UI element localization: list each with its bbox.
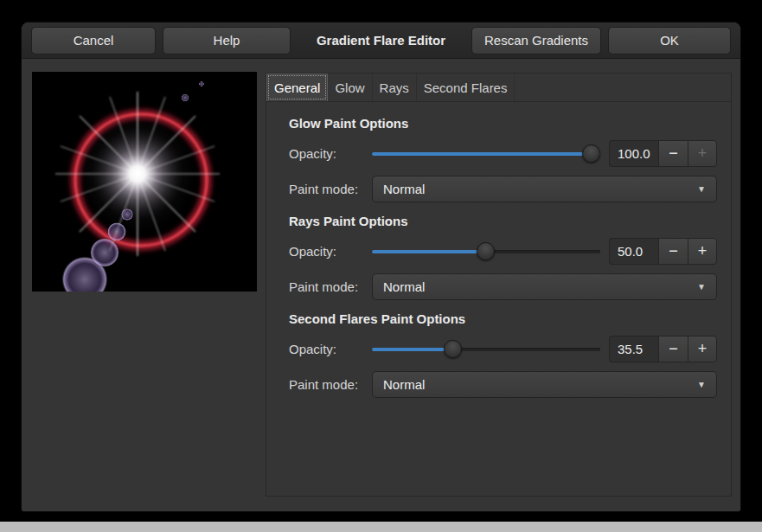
opacity-row: Opacity: 100.0 − + — [289, 140, 717, 167]
second-flares-paint-mode-dropdown[interactable]: Normal ▼ — [372, 371, 717, 398]
slider-fill — [372, 348, 453, 351]
paint-mode-label: Paint mode: — [289, 279, 372, 294]
window-title: Gradient Flare Editor — [298, 33, 464, 48]
plus-icon: + — [698, 242, 708, 260]
rays-opacity-spinbox: 50.0 − + — [609, 238, 717, 265]
rescan-gradients-button[interactable]: Rescan Gradients — [471, 27, 601, 54]
glow-paint-options-section: Glow Paint Options Opacity: 100. — [289, 116, 717, 202]
glow-opacity-value[interactable]: 100.0 — [609, 140, 658, 167]
dialog-content: General Glow Rays Second Flares Glow Pai… — [22, 59, 740, 512]
minus-icon: − — [669, 340, 678, 358]
paint-mode-row: Paint mode: Normal ▼ — [289, 273, 717, 300]
plus-icon: + — [698, 340, 708, 358]
slider-fill — [372, 152, 600, 156]
minus-icon: − — [669, 144, 678, 163]
help-button[interactable]: Help — [163, 27, 291, 54]
general-tab-content: Glow Paint Options Opacity: 100. — [266, 102, 731, 398]
opacity-label: Opacity: — [289, 146, 372, 161]
rays-opacity-value[interactable]: 50.0 — [609, 238, 658, 265]
second-flares-opacity-spinbox: 35.5 − + — [609, 336, 717, 362]
screenshot-root: Cancel Help Gradient Flare Editor Rescan… — [0, 0, 762, 532]
section-title: Second Flares Paint Options — [289, 311, 717, 326]
rays-paint-mode-dropdown[interactable]: Normal ▼ — [372, 273, 717, 300]
gradient-flare-editor-dialog: Cancel Help Gradient Flare Editor Rescan… — [21, 22, 741, 512]
paint-mode-label: Paint mode: — [289, 182, 372, 196]
dropdown-selected-value: Normal — [383, 182, 425, 196]
rays-opacity-decrease-button[interactable]: − — [658, 238, 688, 265]
paint-mode-label: Paint mode: — [289, 377, 372, 392]
second-flares-opacity-increase-button[interactable]: + — [688, 336, 717, 362]
glow-opacity-increase-button[interactable]: + — [688, 140, 717, 167]
second-flares-opacity-slider[interactable] — [372, 340, 600, 359]
tab-bar: General Glow Rays Second Flares — [266, 74, 731, 102]
rays-opacity-increase-button[interactable]: + — [688, 238, 717, 265]
chevron-down-icon: ▼ — [697, 184, 706, 194]
paint-mode-row: Paint mode: Normal ▼ — [289, 371, 717, 398]
second-flares-paint-options-section: Second Flares Paint Options Opacity: — [289, 311, 717, 398]
glow-opacity-spinbox: 100.0 − + — [609, 140, 717, 167]
glow-opacity-slider[interactable] — [372, 144, 600, 163]
glow-paint-mode-dropdown[interactable]: Normal ▼ — [372, 176, 717, 202]
rays-opacity-slider[interactable] — [372, 242, 600, 261]
desktop-background-strip — [0, 522, 762, 532]
slider-handle[interactable] — [477, 242, 495, 260]
tab-general[interactable]: General — [266, 74, 328, 101]
cancel-button[interactable]: Cancel — [31, 27, 156, 54]
opacity-row: Opacity: 50.0 − + — [289, 238, 717, 265]
tab-second-flares[interactable]: Second Flares — [417, 74, 515, 101]
flare-preview[interactable] — [32, 72, 257, 292]
second-flares-opacity-value[interactable]: 35.5 — [609, 336, 658, 362]
minus-icon: − — [669, 242, 678, 260]
ok-button[interactable]: OK — [608, 27, 731, 54]
dropdown-selected-value: Normal — [383, 377, 425, 392]
flare-preview-image — [32, 72, 257, 292]
section-title: Rays Paint Options — [289, 214, 717, 228]
slider-handle[interactable] — [582, 144, 600, 163]
opacity-row: Opacity: 35.5 − + — [289, 336, 717, 362]
section-title: Glow Paint Options — [289, 116, 717, 131]
rays-paint-options-section: Rays Paint Options Opacity: 50.0 — [289, 214, 717, 300]
dropdown-selected-value: Normal — [383, 279, 425, 294]
slider-fill — [372, 250, 486, 253]
plus-icon: + — [698, 144, 708, 163]
tab-glow[interactable]: Glow — [328, 74, 372, 101]
opacity-label: Opacity: — [289, 342, 372, 356]
chevron-down-icon: ▼ — [697, 282, 706, 292]
opacity-label: Opacity: — [289, 244, 372, 259]
glow-opacity-decrease-button[interactable]: − — [658, 140, 688, 167]
header-bar: Cancel Help Gradient Flare Editor Rescan… — [22, 22, 740, 59]
tab-rays[interactable]: Rays — [373, 74, 417, 101]
second-flares-opacity-decrease-button[interactable]: − — [658, 336, 688, 362]
chevron-down-icon: ▼ — [697, 380, 706, 389]
settings-panel: General Glow Rays Second Flares Glow Pai… — [266, 73, 732, 497]
paint-mode-row: Paint mode: Normal ▼ — [289, 176, 717, 202]
slider-handle[interactable] — [444, 340, 462, 358]
